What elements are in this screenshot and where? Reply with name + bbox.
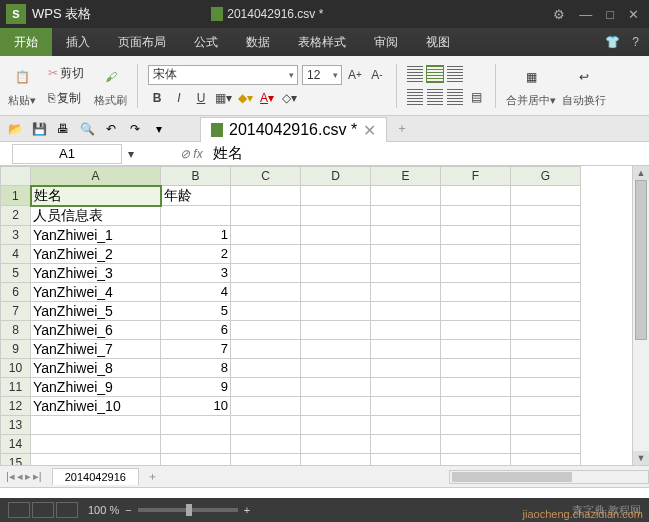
cell[interactable] [441, 244, 511, 263]
cell[interactable] [441, 434, 511, 453]
font-name-select[interactable]: 宋体 [148, 65, 298, 85]
select-all-corner[interactable] [1, 167, 31, 186]
cell[interactable]: 姓名 [31, 186, 161, 206]
name-box[interactable]: A1 [12, 144, 122, 164]
cell[interactable] [301, 206, 371, 226]
cell[interactable] [231, 244, 301, 263]
fx-icon[interactable]: ⊘ fx [180, 147, 203, 161]
cell[interactable] [441, 320, 511, 339]
undo-icon[interactable]: ↶ [102, 120, 120, 138]
cell[interactable] [371, 396, 441, 415]
cell[interactable] [511, 225, 581, 244]
scroll-thumb[interactable] [635, 180, 647, 340]
cell[interactable] [371, 186, 441, 206]
increase-font-button[interactable]: A+ [346, 66, 364, 84]
cell[interactable] [511, 320, 581, 339]
row-header[interactable]: 10 [1, 358, 31, 377]
align-right-button[interactable] [447, 89, 463, 105]
minimize-button[interactable]: — [579, 7, 592, 22]
row-header[interactable]: 1 [1, 186, 31, 206]
cell[interactable]: 2 [161, 244, 231, 263]
zoom-level[interactable]: 100 % [88, 504, 119, 516]
new-tab-button[interactable]: ＋ [393, 120, 411, 138]
tab-formula[interactable]: 公式 [180, 28, 232, 56]
row-header[interactable]: 14 [1, 434, 31, 453]
cell[interactable] [231, 377, 301, 396]
add-sheet-button[interactable]: ＋ [147, 469, 158, 484]
cell[interactable]: 1 [161, 225, 231, 244]
cell[interactable] [231, 339, 301, 358]
vertical-scrollbar[interactable]: ▲ ▼ [632, 166, 649, 465]
cell[interactable] [301, 225, 371, 244]
view-reading-button[interactable] [56, 502, 78, 518]
cell[interactable] [371, 301, 441, 320]
cell[interactable] [511, 453, 581, 466]
scroll-down-icon[interactable]: ▼ [633, 451, 649, 465]
align-top-button[interactable] [407, 66, 423, 82]
cell[interactable] [371, 206, 441, 226]
cell[interactable] [441, 186, 511, 206]
cell[interactable] [511, 415, 581, 434]
tab-tablestyle[interactable]: 表格样式 [284, 28, 360, 56]
cell[interactable] [441, 415, 511, 434]
row-header[interactable]: 11 [1, 377, 31, 396]
help-icon[interactable]: ? [632, 35, 639, 49]
cell[interactable] [371, 225, 441, 244]
tab-data[interactable]: 数据 [232, 28, 284, 56]
col-header-D[interactable]: D [301, 167, 371, 186]
qat-dropdown-icon[interactable]: ▾ [150, 120, 168, 138]
cell[interactable] [231, 225, 301, 244]
cell[interactable] [371, 244, 441, 263]
cell[interactable]: YanZhiwei_5 [31, 301, 161, 320]
cell[interactable]: YanZhiwei_2 [31, 244, 161, 263]
cell[interactable] [511, 434, 581, 453]
cell[interactable] [441, 206, 511, 226]
sheet-tab-active[interactable]: 2014042916 [52, 468, 139, 485]
sheet-prev-icon[interactable]: ◂ [17, 470, 23, 483]
scroll-up-icon[interactable]: ▲ [633, 166, 649, 180]
cell[interactable] [441, 282, 511, 301]
cell[interactable]: 年龄 [161, 186, 231, 206]
formula-input[interactable]: 姓名 [213, 144, 243, 163]
cell[interactable] [231, 396, 301, 415]
cell[interactable] [231, 206, 301, 226]
cell[interactable] [511, 377, 581, 396]
save-icon[interactable]: 💾 [30, 120, 48, 138]
cell[interactable] [161, 434, 231, 453]
cell[interactable] [301, 263, 371, 282]
cell[interactable] [441, 396, 511, 415]
cell[interactable] [231, 301, 301, 320]
cell[interactable]: 10 [161, 396, 231, 415]
tab-start[interactable]: 开始 [0, 28, 52, 56]
col-header-C[interactable]: C [231, 167, 301, 186]
cell[interactable] [231, 263, 301, 282]
copy-button[interactable]: ⎘复制 [44, 88, 85, 109]
cell[interactable] [511, 282, 581, 301]
fill-color-button[interactable]: ◆▾ [236, 89, 254, 107]
sheet-first-icon[interactable]: |◂ [6, 470, 15, 483]
tab-view[interactable]: 视图 [412, 28, 464, 56]
cell[interactable] [301, 415, 371, 434]
align-middle-button[interactable] [427, 66, 443, 82]
cell[interactable] [371, 339, 441, 358]
clear-format-button[interactable]: ◇▾ [280, 89, 298, 107]
cell[interactable] [511, 301, 581, 320]
cell[interactable] [441, 225, 511, 244]
cell[interactable] [441, 301, 511, 320]
cell[interactable] [511, 244, 581, 263]
cell[interactable] [371, 434, 441, 453]
settings-icon[interactable]: ⚙ [553, 7, 565, 22]
sheet-next-icon[interactable]: ▸ [25, 470, 31, 483]
cell[interactable]: YanZhiwei_9 [31, 377, 161, 396]
decrease-font-button[interactable]: A- [368, 66, 386, 84]
tab-pagelayout[interactable]: 页面布局 [104, 28, 180, 56]
cell[interactable] [231, 320, 301, 339]
document-tab[interactable]: 2014042916.csv * ✕ [200, 117, 387, 142]
open-icon[interactable]: 📂 [6, 120, 24, 138]
indent-button[interactable]: ▤ [467, 88, 485, 106]
cell[interactable] [371, 377, 441, 396]
cell[interactable]: 7 [161, 339, 231, 358]
cell[interactable]: YanZhiwei_3 [31, 263, 161, 282]
cell[interactable] [301, 453, 371, 466]
zoom-in-button[interactable]: + [244, 504, 250, 516]
